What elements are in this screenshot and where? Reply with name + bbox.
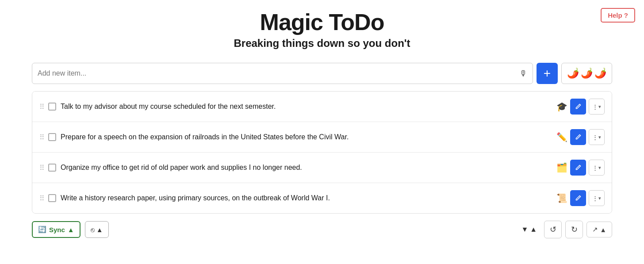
filter-button[interactable]: ▼ ▲: [518, 223, 540, 236]
drag-handle[interactable]: ⠿: [39, 103, 44, 111]
item-status-icon-3: 🗂️: [556, 162, 567, 173]
todo-list: ⠿ Talk to my advisor about my course sch…: [32, 91, 612, 214]
share-caret: ▲: [96, 226, 103, 233]
todo-item: ⠿ Write a history research paper, using …: [32, 183, 612, 213]
help-button[interactable]: Help ?: [601, 8, 635, 23]
drag-handle[interactable]: ⠿: [39, 164, 44, 172]
todo-checkbox-3[interactable]: [48, 164, 56, 172]
add-item-button[interactable]: +: [537, 63, 558, 84]
input-row: 🎙 + 🌶️ 🌶️ 🌶️: [32, 63, 612, 84]
item-status-icon-1: 🎓: [556, 101, 567, 112]
item-actions-3: 🗂️ ⋮ ▾: [556, 160, 605, 176]
footer-left: 🔄 Sync ▲ ⎋ ▲: [32, 221, 109, 238]
more-button-3[interactable]: ⋮ ▾: [589, 160, 605, 176]
filter-caret: ▲: [530, 226, 537, 233]
filter-icon: ▼: [521, 226, 528, 233]
more-button-2[interactable]: ⋮ ▾: [589, 129, 605, 145]
todo-checkbox-1[interactable]: [48, 103, 56, 111]
page-header: Magic ToDo Breaking things down so you d…: [0, 0, 644, 54]
todo-text-4: Write a history research paper, using pr…: [61, 194, 552, 202]
todo-text-3: Organize my office to get rid of old pap…: [61, 164, 552, 172]
page-title: Magic ToDo: [0, 9, 644, 35]
pepper-1: 🌶️: [567, 68, 579, 79]
edit-button-1[interactable]: [570, 99, 586, 115]
sync-icon: 🔄: [38, 226, 46, 233]
microphone-icon[interactable]: 🎙: [519, 69, 527, 78]
footer-right: ▼ ▲ ↺ ↻ ↗ ▲: [518, 221, 612, 238]
item-actions-2: ✏️ ⋮ ▾: [556, 129, 605, 145]
more-button-1[interactable]: ⋮ ▾: [589, 99, 605, 115]
more-button-4[interactable]: ⋮ ▾: [589, 190, 605, 206]
drag-handle[interactable]: ⠿: [39, 133, 44, 142]
item-status-icon-2: ✏️: [556, 132, 567, 142]
redo-button[interactable]: ↻: [565, 221, 583, 238]
share-icon: ⎋: [91, 226, 95, 233]
footer: 🔄 Sync ▲ ⎋ ▲ ▼ ▲ ↺ ↻ ↗ ▲: [21, 214, 623, 238]
edit-button-3[interactable]: [570, 160, 586, 176]
item-actions-4: 📜 ⋮ ▾: [556, 190, 605, 206]
sync-button[interactable]: 🔄 Sync ▲: [32, 221, 80, 238]
magic-action-button[interactable]: ↗ ▲: [586, 222, 612, 237]
todo-checkbox-4[interactable]: [48, 194, 56, 202]
todo-item: ⠿ Organize my office to get rid of old p…: [32, 153, 612, 183]
page-subtitle: Breaking things down so you don't: [0, 37, 644, 50]
sync-caret: ▲: [68, 226, 74, 233]
item-status-icon-4: 📜: [556, 193, 567, 203]
todo-checkbox-2[interactable]: [48, 133, 56, 141]
edit-button-2[interactable]: [570, 129, 586, 145]
todo-item: ⠿ Prepare for a speech on the expansion …: [32, 122, 612, 153]
share-button[interactable]: ⎋ ▲: [85, 221, 109, 238]
pepper-group: 🌶️ 🌶️ 🌶️: [561, 63, 612, 84]
edit-button-4[interactable]: [570, 190, 586, 206]
magic-caret: ▲: [600, 226, 606, 233]
magic-arrow-icon: ↗: [592, 226, 598, 233]
todo-text-1: Talk to my advisor about my course sched…: [61, 103, 552, 111]
todo-item: ⠿ Talk to my advisor about my course sch…: [32, 92, 612, 122]
todo-text-2: Prepare for a speech on the expansion of…: [61, 133, 552, 141]
drag-handle[interactable]: ⠿: [39, 194, 44, 203]
new-item-input[interactable]: [38, 69, 519, 77]
input-wrapper: 🎙: [32, 63, 533, 84]
item-actions-1: 🎓 ⋮ ▾: [556, 99, 605, 115]
sync-label: Sync: [49, 226, 65, 233]
pepper-2: 🌶️: [581, 68, 593, 79]
undo-button[interactable]: ↺: [544, 221, 562, 238]
pepper-3: 🌶️: [594, 68, 606, 79]
